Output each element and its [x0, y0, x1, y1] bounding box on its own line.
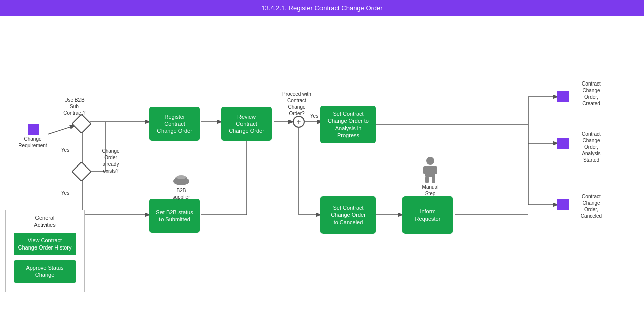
yes1-label: Yes — [58, 147, 73, 153]
start-event — [28, 124, 39, 135]
general-activities-panel: GeneralActivities View Contract Change O… — [5, 210, 85, 292]
register-cco-box[interactable]: RegisterContractChange Order — [149, 107, 200, 141]
gateway-proceed: + — [293, 116, 305, 128]
yes3-label: Yes — [307, 113, 322, 119]
manual-step-label: ManualStep — [415, 184, 445, 197]
set-analysis-box[interactable]: Set ContractChange Order toAnalysis inPr… — [320, 106, 376, 143]
b2b-supplier-label: B2Bsupplier — [166, 187, 196, 200]
manual-step-actor: ManualStep — [415, 156, 445, 197]
svg-point-23 — [176, 175, 186, 179]
approve-status-button[interactable]: Approve Status Change — [14, 260, 76, 283]
review-cco-box[interactable]: ReviewContractChange Order — [221, 107, 272, 141]
b2b-question-label: Use B2BSubContract? — [54, 97, 95, 116]
svg-line-0 — [48, 126, 74, 134]
svg-rect-26 — [423, 166, 427, 174]
yes2-label: Yes — [58, 190, 73, 196]
cco-created-label: ContractChangeOrder,Created — [571, 80, 611, 107]
b2b-supplier-actor: B2Bsupplier — [166, 167, 196, 200]
cco-analysis-end — [557, 138, 569, 149]
set-b2b-box[interactable]: Set B2B-statusto Submitted — [149, 199, 200, 233]
inform-requestor-box[interactable]: InformRequestor — [403, 196, 453, 234]
change-order-exists-label: ChangeOrderalreadyexists? — [91, 148, 131, 174]
set-canceled-box[interactable]: Set ContractChange Orderto Canceled — [320, 196, 376, 234]
cco-canceled-label: ContractChangeOrder,Canceled — [571, 193, 611, 219]
view-history-button[interactable]: View Contract Change Order History — [14, 233, 76, 256]
cco-canceled-end — [557, 199, 569, 210]
diagram-area: ChangeRequirement Use B2BSubContract? Ch… — [0, 16, 644, 332]
change-requirement-label: ChangeRequirement — [15, 136, 50, 149]
cco-created-end — [557, 91, 569, 102]
cco-analysis-label: ContractChangeOrder,AnalysisStarted — [571, 131, 611, 163]
main-content: ChangeRequirement Use B2BSubContract? Ch… — [0, 16, 644, 332]
svg-rect-28 — [425, 176, 429, 183]
svg-point-24 — [426, 157, 434, 165]
general-activities-label: GeneralActivities — [10, 214, 80, 229]
header-title: 13.4.2.1. Register Contract Change Order — [261, 4, 382, 12]
svg-rect-27 — [433, 166, 437, 174]
diagram-svg — [0, 16, 644, 332]
page-header: 13.4.2.1. Register Contract Change Order — [0, 0, 644, 16]
svg-rect-29 — [432, 176, 435, 183]
